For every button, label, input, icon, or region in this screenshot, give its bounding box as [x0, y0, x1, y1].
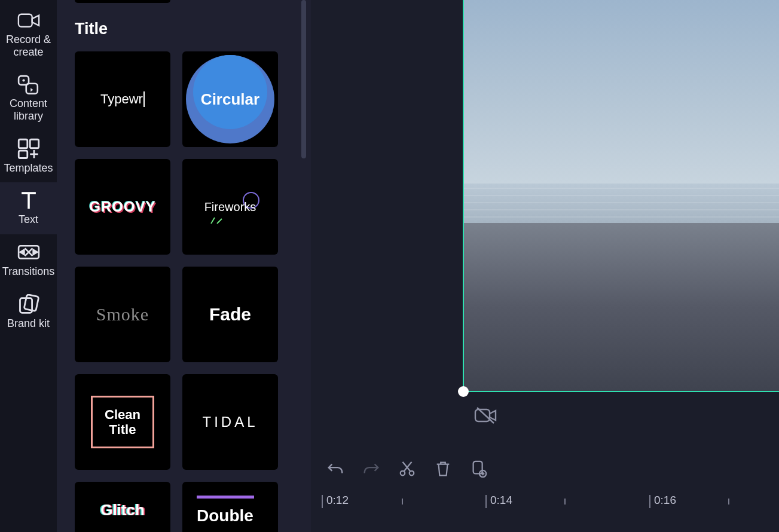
tile-circular[interactable]: Circular	[182, 51, 278, 147]
tile-label: Double	[197, 507, 253, 525]
tile-fireworks[interactable]: Fireworks	[182, 159, 278, 255]
tile-double[interactable]: Double	[182, 482, 278, 532]
tile-glitch[interactable]: Glitch	[75, 482, 170, 532]
svg-rect-0	[18, 14, 32, 27]
camera-icon	[17, 11, 40, 30]
text-assets-panel: Title Typewr Circular GROOVY Fireworks S…	[57, 0, 311, 532]
duplicate-button[interactable]	[469, 458, 489, 479]
tile-label: Typewr	[100, 91, 143, 107]
svg-rect-4	[19, 139, 28, 148]
undo-button[interactable]	[325, 458, 346, 479]
rail-item-transitions[interactable]: Transitions	[0, 234, 57, 286]
tile-typewriter[interactable]: Typewr	[75, 51, 170, 147]
text-icon	[17, 191, 40, 210]
preview-area	[311, 0, 779, 447]
tile-label: Clean Title	[91, 396, 154, 449]
templates-icon	[17, 139, 40, 158]
previous-row-fragment	[75, 0, 170, 3]
title-tiles-grid: Typewr Circular GROOVY Fireworks Smoke F…	[75, 51, 293, 532]
tile-label: Fireworks	[204, 200, 256, 214]
svg-rect-14	[473, 461, 482, 474]
section-heading-title: Title	[75, 20, 293, 38]
left-nav-rail: Record & create Content library Template…	[0, 0, 57, 532]
svg-rect-6	[19, 151, 28, 158]
tile-tidal[interactable]: TIDAL	[182, 374, 278, 470]
camera-disabled-button[interactable]	[473, 406, 497, 424]
ruler-tick-major: 0:16	[654, 494, 676, 507]
rail-label: Content library	[10, 97, 47, 122]
preview-sky	[464, 0, 779, 184]
tile-fade[interactable]: Fade	[182, 267, 278, 362]
transitions-icon	[17, 243, 40, 262]
rail-item-brand-kit[interactable]: Brand kit	[0, 286, 57, 338]
ruler-tick-major: 0:12	[326, 494, 349, 507]
ruler-tick-major: 0:14	[490, 494, 512, 507]
rail-label: Text	[19, 213, 38, 226]
brand-kit-icon	[17, 295, 40, 314]
rail-item-record-create[interactable]: Record & create	[0, 2, 57, 66]
timeline-ruler[interactable]: 0:120:140:16	[311, 485, 779, 532]
split-button[interactable]	[397, 458, 417, 479]
rail-label: Brand kit	[7, 317, 50, 330]
accent-bar	[197, 496, 254, 499]
rail-item-text[interactable]: Text	[0, 182, 57, 234]
svg-rect-11	[475, 409, 490, 421]
tile-label: TIDAL	[202, 414, 258, 430]
tile-label: Fade	[209, 304, 251, 325]
library-icon	[17, 75, 40, 94]
rail-label: Record & create	[6, 33, 51, 58]
rail-item-templates[interactable]: Templates	[0, 131, 57, 183]
spark-icon	[210, 216, 223, 225]
preview-sand	[464, 223, 779, 391]
rail-label: Templates	[4, 162, 53, 175]
tile-label: Smoke	[96, 304, 149, 325]
selection-handle[interactable]	[458, 386, 469, 397]
rail-label: Transitions	[2, 265, 54, 278]
rail-item-content-library[interactable]: Content library	[0, 66, 57, 130]
svg-rect-5	[30, 139, 39, 148]
svg-point-3	[22, 79, 25, 81]
panel-scrollbar[interactable]	[301, 0, 306, 158]
timeline-toolbar	[311, 452, 779, 485]
delete-button[interactable]	[433, 458, 453, 479]
redo-button[interactable]	[361, 458, 381, 479]
tile-clean-title[interactable]: Clean Title	[75, 374, 170, 470]
caret-icon	[143, 91, 145, 107]
tile-label: GROOVY	[89, 198, 155, 215]
preview-canvas[interactable]	[463, 0, 779, 392]
tile-groovy[interactable]: GROOVY	[75, 159, 170, 255]
tile-label: Circular	[201, 90, 259, 109]
tile-label: Glitch	[100, 501, 145, 519]
tile-smoke[interactable]: Smoke	[75, 267, 170, 362]
